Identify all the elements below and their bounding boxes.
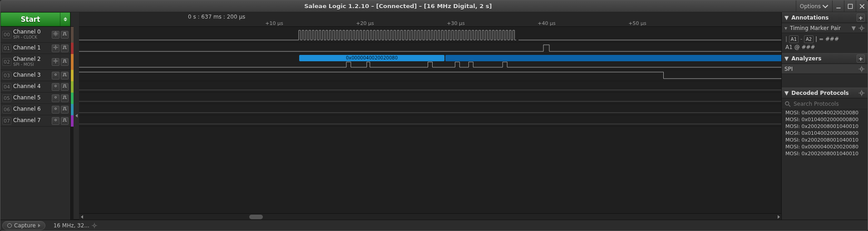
rate-tab[interactable]: 16 MHz, 32...	[49, 221, 102, 230]
chevron-left-icon	[75, 114, 78, 118]
add-analyzer-button[interactable]: +	[857, 54, 865, 63]
scroll-thumb[interactable]	[249, 215, 263, 219]
channel-trigger-button[interactable]	[61, 106, 69, 113]
channel-trigger-button[interactable]	[61, 94, 69, 102]
channel-settings-button[interactable]	[52, 94, 59, 102]
decoded-protocol-list[interactable]: MOSI: 0x0000040020020080 MOSI: 0x0104002…	[782, 109, 868, 220]
scroll-left-button[interactable]	[79, 214, 84, 220]
analyzers-header[interactable]: ▼ Analyzers +	[782, 53, 868, 64]
decoded-item[interactable]: MOSI: 0x0000040020020080	[782, 109, 868, 116]
channel-row[interactable]: 01 Channel 1	[0, 43, 70, 54]
timeline-position-label: 0 s : 637 ms : 200 µs	[188, 14, 245, 20]
channel-settings-button[interactable]	[52, 72, 59, 79]
decoded-item[interactable]: MOSI: 0x2002008001040010	[782, 123, 868, 130]
annotations-header[interactable]: ▼ Annotations +	[782, 12, 868, 23]
time-tick: +50 µs	[628, 20, 646, 26]
waveform-area[interactable]: 0 s : 637 ms : 200 µs +10 µs +20 µs +30 …	[79, 12, 781, 220]
channel-row[interactable]: 04 Channel 4	[0, 81, 70, 93]
gear-icon[interactable]	[858, 25, 865, 31]
channel-sub: SPI - CLOCK	[13, 35, 52, 40]
channel-settings-button[interactable]	[52, 83, 59, 91]
svg-point-13	[55, 47, 57, 49]
gear-icon[interactable]	[858, 66, 865, 72]
channel-index: 07	[2, 117, 11, 125]
channel-trigger-button[interactable]	[61, 83, 69, 91]
chevron-right-icon	[778, 215, 780, 219]
timeline-ruler[interactable]: 0 s : 637 ms : 200 µs +10 µs +20 µs +30 …	[79, 12, 781, 27]
channel-settings-button[interactable]	[52, 58, 59, 66]
window-titlebar: Saleae Logic 1.2.10 – [Connected] – [16 …	[0, 0, 868, 12]
search-protocols-row[interactable]	[782, 98, 868, 109]
channel-sub: SPI - MOSI	[13, 63, 52, 67]
decoded-item[interactable]: MOSI: 0x2002008001040010	[782, 150, 868, 157]
decoded-item[interactable]: MOSI: 0x0104002000000800	[782, 130, 868, 137]
close-button[interactable]	[856, 0, 868, 12]
svg-point-24	[55, 85, 57, 87]
channel-name: Channel 3	[13, 72, 52, 78]
channel-settings-button[interactable]	[52, 44, 59, 52]
svg-point-26	[55, 108, 57, 110]
timeline-collapse-left[interactable]	[74, 12, 79, 220]
channel-row[interactable]: 00 Channel 0SPI - CLOCK	[0, 27, 70, 43]
waveform-track	[79, 115, 781, 127]
arrow-up-icon	[64, 17, 67, 19]
waveform-track	[79, 27, 781, 43]
channel-index: 03	[2, 72, 11, 79]
close-icon	[859, 3, 865, 10]
channel-name: Channel 5	[13, 95, 52, 101]
waveform-track: 0x0000040020020080	[79, 54, 781, 70]
decoded-item[interactable]: MOSI: 0x2002008001040010	[782, 137, 868, 143]
svg-point-44	[860, 92, 863, 94]
disclosure-triangle-icon: ▼	[784, 55, 789, 62]
options-button[interactable]: Options	[796, 0, 832, 12]
timing-marker-row[interactable]: ▾ Timing Marker Pair ▼	[782, 23, 868, 33]
annotations-body: | A1 - A2 | = ### A1 @ ###	[782, 33, 868, 53]
channel-trigger-button[interactable]	[61, 31, 69, 39]
waveform-track	[79, 93, 781, 104]
scroll-right-button[interactable]	[776, 214, 781, 220]
decoded-header[interactable]: ▼ Decoded Protocols	[782, 88, 868, 98]
channel-index: 00	[2, 31, 11, 39]
gear-icon[interactable]	[858, 90, 865, 96]
maximize-button[interactable]	[844, 0, 856, 12]
bottom-tab-bar: Capture 16 MHz, 32...	[0, 220, 868, 231]
start-button[interactable]: Start	[0, 12, 60, 26]
minimize-button[interactable]	[832, 0, 844, 12]
analyzer-item[interactable]: SPI	[782, 64, 868, 74]
time-tick: +20 µs	[356, 20, 374, 26]
rate-tab-label: 16 MHz, 32...	[54, 222, 89, 229]
channel-trigger-button[interactable]	[61, 58, 69, 66]
svg-point-4	[55, 33, 57, 35]
add-annotation-button[interactable]: +	[857, 14, 865, 22]
waveform-track	[79, 81, 781, 93]
channel-row[interactable]: 07 Channel 7	[0, 115, 70, 127]
svg-line-50	[789, 105, 790, 107]
channel-settings-button[interactable]	[52, 117, 59, 125]
horizontal-scrollbar[interactable]	[79, 213, 781, 220]
pulse-icon	[62, 72, 67, 79]
channel-row[interactable]: 03 Channel 3	[0, 70, 70, 81]
svg-line-12	[54, 35, 54, 35]
channel-settings-button[interactable]	[52, 106, 59, 113]
channel-row[interactable]: 06 Channel 6	[0, 104, 70, 115]
start-duration-stepper[interactable]	[60, 12, 70, 26]
channel-trigger-button[interactable]	[61, 44, 69, 52]
channel-trigger-button[interactable]	[61, 117, 69, 125]
marker-a1-line: A1 @ ###	[785, 44, 815, 50]
channel-row[interactable]: 02 Channel 2SPI - MOSI	[0, 54, 70, 70]
gear-icon	[53, 59, 58, 65]
marker-a2-badge: A2	[804, 35, 814, 43]
decoded-item[interactable]: MOSI: 0x0000040020020080	[782, 143, 868, 150]
channel-trigger-button[interactable]	[61, 72, 69, 79]
pulse-icon	[62, 106, 67, 113]
search-protocols-input[interactable]	[794, 101, 865, 107]
marker-pair-icon: ▾	[784, 25, 787, 31]
analyzers-title: Analyzers	[791, 55, 854, 62]
channel-row[interactable]: 05 Channel 5	[0, 93, 70, 104]
pulse-icon	[62, 59, 67, 65]
pulse-icon	[62, 31, 67, 38]
channel-settings-button[interactable]	[52, 31, 59, 39]
decoded-item[interactable]: MOSI: 0x0104002000000800	[782, 116, 868, 123]
capture-tab[interactable]: Capture	[2, 221, 45, 230]
time-tick: +40 µs	[538, 20, 555, 26]
